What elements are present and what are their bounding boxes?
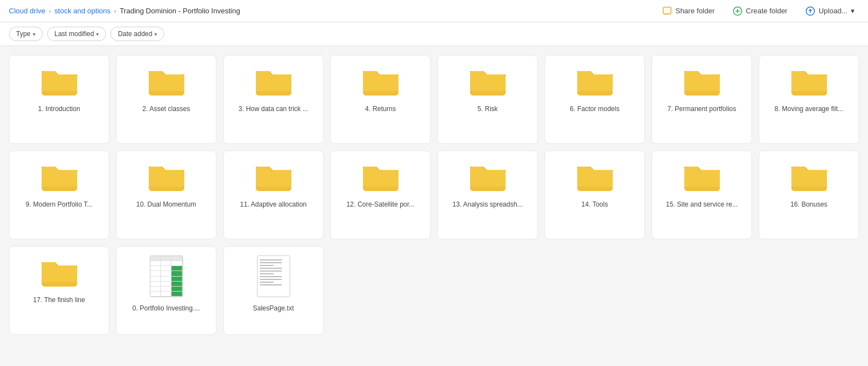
folder-item-15[interactable]: 15. Site and service re... [652,151,752,239]
doc-line [260,279,282,280]
filter-type-label: Type [16,30,31,38]
folder-item-4[interactable]: 4. Returns [330,55,431,144]
topbar-actions: Share folder Create folder Upload... ▾ [658,4,859,18]
folder-item-12[interactable]: 12. Core-Satellite por... [330,151,431,239]
folder-label: 5. Risk [477,104,498,114]
folder-item-7[interactable]: 7. Permanent portfolios [652,55,752,144]
share-icon [662,6,672,16]
breadcrumb-root[interactable]: Cloud drive [9,7,46,15]
folder-icon [468,160,508,193]
doc-line [260,276,282,277]
spreadsheet-thumbnail [150,255,183,297]
sheet-cell [161,256,171,261]
sheet-cell [161,271,171,276]
folder-label: 7. Permanent portfolios [667,104,736,114]
doc-line [260,265,274,266]
folder-item-6[interactable]: 6. Factor models [544,55,645,144]
folder-item-9[interactable]: 9. Modern Portfolio T... [9,151,109,239]
upload-button[interactable]: Upload... ▾ [801,4,859,18]
sheet-cell [161,292,171,297]
sheet-cell [171,271,182,276]
folder-icon [789,160,829,193]
upload-dropdown-icon: ▾ [851,7,855,15]
file-item-spreadsheet[interactable]: 0. Portfolio Investing.... [116,246,216,335]
sheet-cell [171,287,182,292]
filter-date-added-button[interactable]: Date added ▾ [110,27,164,41]
folder-icon [682,160,722,193]
sheet-cell [150,292,161,297]
folder-icon [682,64,722,98]
sheet-cell [171,282,182,287]
folder-label: 13. Analysis spreadsh... [452,200,523,209]
filter-type-button[interactable]: Type ▾ [9,27,43,41]
sheet-cell [150,261,161,266]
folder-icon [254,160,294,193]
toolbar: Type ▾ Last modified ▾ Date added ▾ [0,22,868,46]
folder-item-3[interactable]: 3. How data can trick ... [223,55,324,144]
folder-item-10[interactable]: 10. Dual Momentum [116,151,216,239]
folder-icon [39,160,79,193]
sheet-cell [171,256,182,261]
folder-label: 16. Bonuses [790,200,827,209]
create-folder-button[interactable]: Create folder [728,4,792,18]
doc-line [260,262,282,263]
doc-line [260,282,274,283]
folder-icon [147,64,186,98]
topbar: Cloud drive › stock and options › Tradin… [0,0,868,22]
folder-label: 1. Introduction [38,104,80,114]
sheet-cell [150,282,161,287]
breadcrumb-sep1: › [49,7,51,15]
doc-line [260,273,274,274]
share-folder-label: Share folder [675,7,715,15]
folder-item-14[interactable]: 14. Tools [544,151,645,239]
file-label: 0. Portfolio Investing.... [132,304,200,313]
folder-label: 9. Modern Portfolio T... [26,200,93,209]
folder-icon [468,64,508,98]
sheet-cell [161,266,171,271]
sheet-cell [150,266,161,271]
sheet-cell [150,271,161,276]
svg-rect-0 [663,7,671,14]
plus-circle-icon [733,6,743,16]
filter-last-modified-button[interactable]: Last modified ▾ [47,27,106,41]
folder-icon [254,64,294,98]
doc-line [260,259,282,260]
folder-label: 2. Asset classes [142,104,190,114]
sheet-cell [161,282,171,287]
folder-label: 11. Adaptive allocation [240,200,306,209]
folder-item-5[interactable]: 5. Risk [437,55,538,144]
folder-icon [147,160,186,193]
folder-label: 6. Factor models [570,104,619,114]
folder-label: 3. How data can trick ... [239,104,308,114]
folder-item-17[interactable]: 17. The finish line [9,246,109,335]
file-item-salespage[interactable]: SalesPage.txt [223,246,324,335]
upload-icon [805,6,815,16]
folder-item-8[interactable]: 8. Moving average filt... [759,55,859,144]
folder-icon [39,64,79,98]
folder-item-1[interactable]: 1. Introduction [9,55,109,144]
sheet-cell [161,277,171,282]
sheet-cell [171,292,182,297]
folder-item-11[interactable]: 11. Adaptive allocation [223,151,324,239]
sheet-cell [171,266,182,271]
folder-icon [789,64,829,98]
upload-label: Upload... [819,7,847,15]
folder-item-13[interactable]: 13. Analysis spreadsh... [437,151,538,239]
folder-label: 10. Dual Momentum [136,200,196,209]
folder-item-2[interactable]: 2. Asset classes [116,55,216,144]
share-folder-button[interactable]: Share folder [658,4,719,18]
sheet-cell [171,261,182,266]
text-file-thumbnail [257,255,290,297]
breadcrumb: Cloud drive › stock and options › Tradin… [9,7,240,15]
filter-date-added-label: Date added [118,30,152,38]
folder-item-16[interactable]: 16. Bonuses [759,151,859,239]
sheet-cell [161,261,171,266]
folder-icon [39,255,79,289]
filter-last-modified-label: Last modified [54,30,94,38]
sheet-cell [150,277,161,282]
breadcrumb-sep2: › [114,7,116,15]
folder-label: 12. Core-Satellite por... [346,200,415,209]
folder-icon [575,160,615,193]
sheet-cell [161,287,171,292]
breadcrumb-level1[interactable]: stock and options [54,7,110,15]
